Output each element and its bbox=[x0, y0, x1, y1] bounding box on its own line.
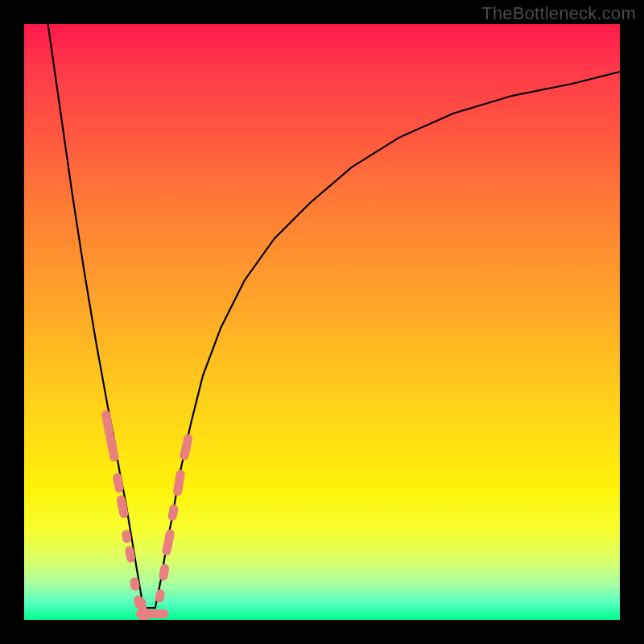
watermark-text: TheBottleneck.com bbox=[481, 3, 636, 24]
curve-marker bbox=[101, 410, 114, 437]
chart-frame: TheBottleneck.com bbox=[0, 0, 644, 644]
curve-marker bbox=[105, 431, 120, 462]
curve-svg bbox=[24, 24, 620, 620]
curve-marker bbox=[159, 564, 170, 581]
marker-layer bbox=[101, 410, 193, 620]
curve-marker bbox=[172, 469, 185, 497]
curve-marker bbox=[167, 504, 180, 522]
bottleneck-curve bbox=[48, 24, 620, 608]
curve-marker bbox=[162, 529, 175, 556]
curve-marker bbox=[112, 473, 124, 493]
curve-marker bbox=[179, 433, 193, 460]
curve-marker bbox=[136, 609, 169, 618]
plot-area bbox=[24, 24, 620, 620]
